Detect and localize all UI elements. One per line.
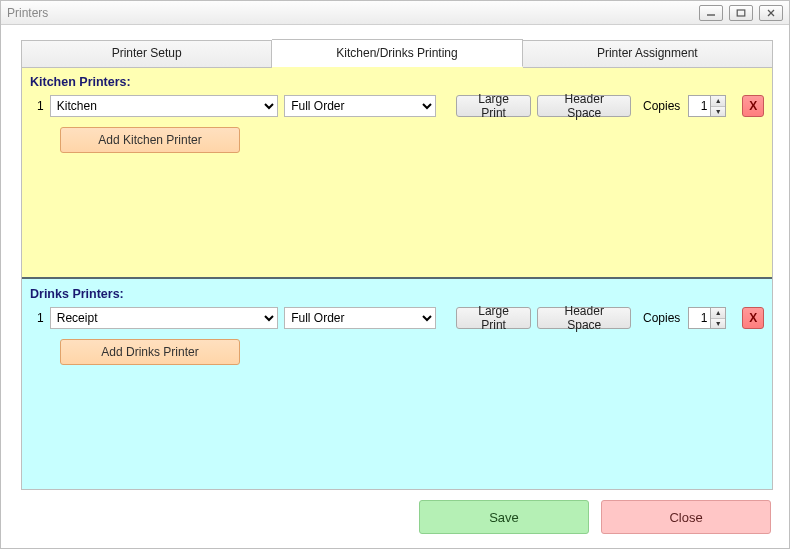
tab-printer-assignment[interactable]: Printer Assignment [523, 40, 773, 68]
drinks-copies-input[interactable] [688, 307, 710, 329]
minimize-button[interactable] [699, 5, 723, 21]
dialog-footer: Save Close [21, 490, 773, 538]
save-button[interactable]: Save [419, 500, 589, 534]
kitchen-printers-panel: Kitchen Printers: 1 Kitchen Full Order L… [22, 67, 772, 277]
close-window-button[interactable] [759, 5, 783, 21]
drinks-copies-up[interactable]: ▲ [711, 308, 725, 318]
kitchen-large-print-button[interactable]: Large Print [456, 95, 532, 117]
tab-printer-setup[interactable]: Printer Setup [21, 40, 272, 68]
window-title: Printers [7, 6, 48, 20]
drinks-copies-down[interactable]: ▼ [711, 318, 725, 329]
window-buttons [699, 5, 783, 21]
title-bar: Printers [1, 1, 789, 25]
close-button[interactable]: Close [601, 500, 771, 534]
kitchen-header-space-button[interactable]: Header Space [537, 95, 631, 117]
drinks-delete-button[interactable]: X [742, 307, 764, 329]
kitchen-row-index: 1 [30, 99, 44, 113]
kitchen-copies-input[interactable] [688, 95, 710, 117]
add-drinks-printer-button[interactable]: Add Drinks Printer [60, 339, 240, 365]
add-kitchen-printer-button[interactable]: Add Kitchen Printer [60, 127, 240, 153]
drinks-printer-select[interactable]: Receipt [50, 307, 278, 329]
kitchen-mode-select[interactable]: Full Order [284, 95, 436, 117]
drinks-printers-panel: Drinks Printers: 1 Receipt Full Order La… [22, 279, 772, 489]
drinks-row-index: 1 [30, 311, 44, 325]
tab-strip: Printer Setup Kitchen/Drinks Printing Pr… [21, 39, 773, 67]
tab-kitchen-drinks-printing[interactable]: Kitchen/Drinks Printing [272, 39, 522, 67]
kitchen-copies-up[interactable]: ▲ [711, 96, 725, 106]
tab-content: Kitchen Printers: 1 Kitchen Full Order L… [21, 66, 773, 490]
drinks-section-title: Drinks Printers: [30, 287, 764, 301]
kitchen-delete-button[interactable]: X [742, 95, 764, 117]
kitchen-copies-down[interactable]: ▼ [711, 106, 725, 117]
drinks-copies-spinner[interactable]: ▲ ▼ [688, 307, 726, 329]
drinks-copies-label: Copies [643, 311, 680, 325]
kitchen-copies-label: Copies [643, 99, 680, 113]
kitchen-section-title: Kitchen Printers: [30, 75, 764, 89]
maximize-button[interactable] [729, 5, 753, 21]
svg-rect-1 [737, 10, 745, 16]
drinks-large-print-button[interactable]: Large Print [456, 307, 532, 329]
drinks-header-space-button[interactable]: Header Space [537, 307, 631, 329]
drinks-printer-row: 1 Receipt Full Order Large Print Header … [30, 307, 764, 329]
kitchen-copies-spinner[interactable]: ▲ ▼ [688, 95, 726, 117]
drinks-mode-select[interactable]: Full Order [284, 307, 436, 329]
kitchen-printer-select[interactable]: Kitchen [50, 95, 278, 117]
kitchen-printer-row: 1 Kitchen Full Order Large Print Header … [30, 95, 764, 117]
